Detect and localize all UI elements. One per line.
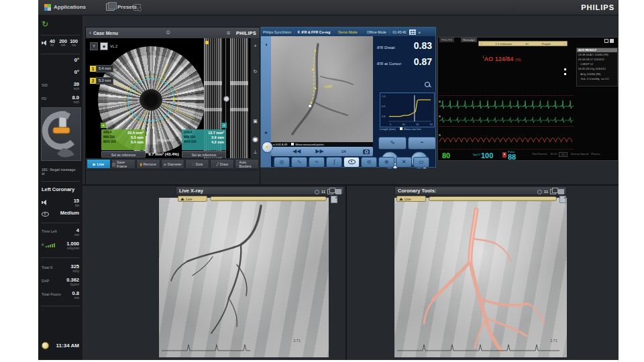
forward-button[interactable]: ▶▶	[315, 149, 323, 154]
pin-icon[interactable]: ⊥	[251, 149, 260, 154]
close-icon[interactable]: ×	[115, 79, 117, 83]
close-icon[interactable]: ×	[101, 123, 106, 128]
ivus-header: ‹ Case Menu ☺ ≡ PHILIPS	[86, 27, 260, 38]
coreg-marker-button[interactable]	[262, 141, 273, 153]
diameter-button[interactable]: ⌀Diameter	[161, 159, 185, 169]
monitor-tab-hemodyn[interactable]: Hemodyn	[461, 38, 477, 42]
snapshot-icon[interactable]	[331, 196, 337, 203]
rewind-button[interactable]: ◀◀	[292, 149, 301, 154]
patient-selector-bar[interactable]: ‹ 1:1 Unknown 10 People ›	[478, 41, 568, 46]
diameter-icon: ⌀	[164, 162, 166, 166]
aortic-pressure-value: 1AO 124/84 (99)	[482, 55, 521, 62]
coreg-angiogram-viewport[interactable]: - 0.87	[271, 36, 373, 142]
coronary-tools-titlebar[interactable]: Coronary Tools: 11	[394, 186, 567, 195]
set-as-reference-button[interactable]: Set as reference	[101, 151, 146, 158]
ifr-pullback-chart[interactable]: 1.0 0.9 0.8 030 6090	[380, 93, 435, 127]
live-xray-title: Live X-ray	[179, 188, 203, 194]
add-icon[interactable]: +	[251, 44, 260, 48]
transfer-icon[interactable]	[133, 4, 141, 11]
snapshot-icon[interactable]	[559, 196, 566, 203]
time-left-value: 4	[74, 228, 79, 233]
camera-icon: ◫	[112, 162, 115, 166]
tools-icon[interactable]: ✦	[261, 130, 271, 136]
panel-menu-icon[interactable]: ≡	[419, 30, 421, 34]
save-frame-button[interactable]: ◫Save Frame	[111, 159, 136, 169]
dose-rate-bars	[46, 243, 55, 247]
reference-measurement-box[interactable]: × AREA22.4 mm² MIN DIA5.3 mm MAX DIA5.4 …	[101, 129, 146, 150]
dots-button[interactable]: ∷Dots	[185, 159, 209, 169]
next-icon[interactable]: ›	[564, 42, 565, 46]
prev-icon[interactable]: ‹	[481, 42, 482, 46]
window-icon[interactable]	[604, 39, 608, 43]
live-xray-timeline[interactable]	[210, 196, 327, 201]
difference-value: 9.7 mm² (43.4%)	[142, 152, 185, 156]
zoom-tool-button[interactable]: ◎	[274, 157, 290, 168]
syncvision-right-column: iFR Distal: 0.83 iFR at Cursor: 0.87 1.0…	[373, 36, 435, 167]
gear-icon[interactable]	[315, 190, 319, 194]
set-as-reference-button[interactable]: Set as reference	[182, 151, 226, 158]
applications-button[interactable]: Applications	[41, 2, 89, 12]
maximize-icon[interactable]	[558, 189, 564, 194]
show-measured-points-checkbox[interactable]: Show measured points	[291, 143, 324, 146]
session-time: 01:45:46	[392, 30, 406, 34]
camera-icon[interactable]	[363, 149, 370, 154]
coronary-tools-live-tab[interactable]: Live	[396, 196, 426, 202]
scale-control[interactable]: 250	[559, 152, 568, 157]
marker-1[interactable]: 1 5.4 mm ×	[90, 65, 117, 72]
contrast-icon[interactable]: ◑	[261, 42, 271, 48]
monitor-tab-philips[interactable]: PHILIPS	[439, 38, 454, 42]
menu-icon[interactable]: ≡	[227, 29, 230, 36]
detail-eye-icon	[42, 212, 49, 217]
layout-icon[interactable]	[550, 189, 556, 194]
sweep-speed-control[interactable]: Sweep Speed	[571, 152, 588, 156]
longitudinal-view-2[interactable]	[230, 38, 248, 158]
live-xray-live-tab[interactable]: Live	[178, 196, 207, 202]
coronary-tools-viewport[interactable]: 2.71	[394, 198, 567, 357]
pullback-button[interactable]: ∫	[326, 157, 342, 168]
wire-tool-button[interactable]: ∿	[378, 137, 407, 149]
total-k-value: 325	[70, 264, 79, 269]
remove-icon: ▮	[140, 162, 142, 166]
auto-borders-button[interactable]: ◌Auto Borders	[235, 159, 259, 169]
eraser-button[interactable]: ◆	[100, 42, 108, 50]
ms-value: 100	[68, 39, 79, 44]
window-icon[interactable]	[610, 39, 614, 43]
stent-button[interactable]: ▭	[413, 157, 429, 168]
case-menu-button[interactable]: Case Menu	[93, 31, 118, 36]
rotate-icon: ↻	[42, 20, 48, 28]
gear-icon[interactable]	[537, 190, 542, 194]
phases-control[interactable]: Phases	[591, 152, 600, 156]
live-xray-viewport[interactable]: 2.71	[159, 198, 329, 357]
maximize-icon[interactable]	[335, 189, 341, 194]
live-xray-titlebar[interactable]: Live X-ray 11	[176, 186, 344, 195]
add-points-button[interactable]: ⊕	[378, 157, 394, 168]
grid-layout-icon[interactable]	[409, 29, 416, 35]
close-icon[interactable]: ×	[221, 123, 227, 128]
live-button[interactable]: ▶Live	[87, 159, 111, 169]
play-control-icon[interactable]: ◉	[251, 136, 260, 143]
ecg-control[interactable]: ECG	[551, 152, 557, 156]
dose-rate-value: 1.000	[66, 241, 79, 247]
back-chevron-icon[interactable]: ‹	[89, 29, 91, 36]
delete-button[interactable]: ✕	[396, 157, 412, 168]
layout-icon[interactable]: ▣	[251, 119, 260, 123]
layout-icon[interactable]	[327, 189, 333, 194]
rotate-view-icon[interactable]: ↻	[251, 69, 260, 74]
show-raw-line-checkbox[interactable]: Show raw line	[400, 127, 421, 131]
coronary-tools-timeline[interactable]	[429, 196, 557, 201]
ivus-side-rail: + ↻ ▣ ◉ ⊥	[250, 38, 260, 158]
vessel-trace-button[interactable]: ≈	[309, 157, 325, 168]
vital-format-control[interactable]: Vital Format	[532, 152, 547, 156]
show-overlay-button[interactable]	[343, 157, 360, 168]
marker-2[interactable]: 2 5.3 mm ×	[90, 77, 117, 84]
tool-button[interactable]: T	[90, 42, 98, 50]
lesion-measurement-box[interactable]: × AREA12.7 mm² MIN DIA3.9 mm MAX DIA4.2 …	[182, 129, 226, 150]
ivus-viewport[interactable]: T ◆ VL 2 1 5.4 mm × 2 5.3 mm × + ↻ ▣	[86, 38, 260, 158]
wire-button[interactable]: ∿	[291, 157, 307, 168]
hide-points-button[interactable]: ⊖	[361, 157, 377, 168]
close-icon[interactable]: ×	[115, 67, 117, 71]
zoom-icon[interactable]	[425, 82, 430, 87]
catheter-tool-button[interactable]: ⌁	[408, 137, 436, 149]
draw-button[interactable]: ╱Draw	[210, 159, 234, 169]
remove-button[interactable]: ▮Remove	[136, 159, 160, 169]
